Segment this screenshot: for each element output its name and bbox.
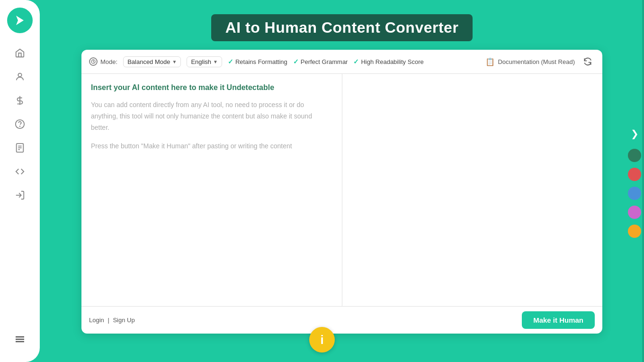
login-link[interactable]: Login: [89, 317, 104, 324]
check-formatting-label: Retains Formatting: [235, 58, 287, 65]
signup-link[interactable]: Sign Up: [113, 317, 134, 324]
editor-placeholder-line2: Press the button "Make it Human" after p…: [91, 141, 332, 152]
tool-card: Mode: Balanced Mode ▼ English ▼ ✓ Retain…: [81, 50, 602, 334]
toolbar-mode: Mode:: [89, 57, 117, 66]
sidebar-item-login[interactable]: [7, 185, 33, 206]
app-logo[interactable]: [7, 8, 33, 33]
check-formatting-icon: ✓: [228, 58, 233, 65]
sidebar-item-billing[interactable]: [7, 90, 33, 111]
color-circle-green[interactable]: [628, 149, 641, 162]
check-formatting: ✓ Retains Formatting: [228, 58, 287, 65]
svg-marker-0: [16, 16, 24, 25]
editor-placeholder-line1: You can add content directly from any AI…: [91, 100, 332, 133]
mode-text-label: Mode:: [100, 58, 117, 65]
sidebar-item-user[interactable]: [7, 66, 33, 87]
page-title-wrap: AI to Human Content Converter: [211, 14, 473, 41]
svg-point-1: [18, 73, 21, 77]
sidebar: [0, 0, 40, 362]
bottom-bar: Login | Sign Up Make it Human: [81, 306, 602, 334]
login-signup-links: Login | Sign Up: [89, 317, 135, 324]
svg-point-4: [20, 126, 20, 127]
sidebar-item-docs[interactable]: [7, 137, 33, 158]
svg-line-15: [93, 62, 94, 63]
editor-left[interactable]: Insert your AI content here to make it U…: [81, 74, 342, 306]
language-caret-icon: ▼: [213, 59, 218, 64]
sidebar-nav: [0, 43, 40, 329]
color-circle-pink[interactable]: [628, 206, 641, 219]
mode-selector-value: Balanced Mode: [127, 58, 170, 65]
editor-placeholder-title: Insert your AI content here to make it U…: [91, 83, 332, 92]
main-content: AI to Human Content Converter Mode: Bala…: [40, 0, 644, 362]
menu-button[interactable]: [7, 329, 33, 350]
mode-caret-icon: ▼: [172, 59, 177, 64]
language-value: English: [191, 58, 211, 65]
separator: |: [107, 317, 109, 324]
toolbar: Mode: Balanced Mode ▼ English ▼ ✓ Retain…: [81, 50, 602, 74]
info-label: i: [320, 333, 323, 347]
right-circles-panel: ❯: [628, 124, 644, 238]
mode-selector[interactable]: Balanced Mode ▼: [123, 56, 181, 67]
check-readability-label: High Readability Score: [361, 58, 423, 65]
editor-right: [342, 74, 603, 306]
check-grammar-icon: ✓: [293, 58, 299, 65]
check-readability: ✓ High Readability Score: [353, 58, 423, 65]
mode-icon: [89, 57, 98, 66]
color-circle-orange[interactable]: [628, 225, 641, 238]
color-circle-blue[interactable]: [628, 187, 641, 200]
refresh-button[interactable]: [581, 54, 595, 69]
expand-arrow[interactable]: ❯: [629, 124, 640, 143]
doc-icon: 📋: [485, 57, 495, 66]
documentation-link[interactable]: 📋 Documentation (Must Read): [485, 57, 575, 66]
check-grammar-label: Perfect Grammar: [301, 58, 348, 65]
sidebar-item-home[interactable]: [7, 43, 33, 63]
page-title: AI to Human Content Converter: [225, 19, 459, 36]
language-selector[interactable]: English ▼: [187, 56, 222, 67]
doc-label: Documentation (Must Read): [498, 58, 575, 65]
sidebar-item-code[interactable]: [7, 161, 33, 182]
make-it-human-button[interactable]: Make it Human: [522, 311, 595, 329]
info-button[interactable]: i: [309, 327, 335, 353]
right-edge-decoration: [642, 0, 644, 362]
editor-area: Insert your AI content here to make it U…: [81, 74, 602, 306]
check-grammar: ✓ Perfect Grammar: [293, 58, 348, 65]
sidebar-item-help[interactable]: [7, 114, 33, 135]
color-circle-red[interactable]: [628, 168, 641, 181]
check-readability-icon: ✓: [353, 58, 359, 65]
